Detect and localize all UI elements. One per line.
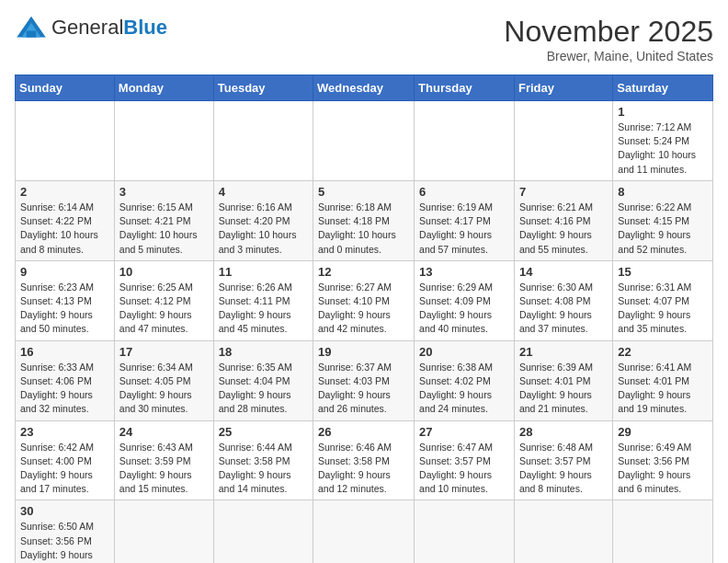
calendar-cell	[313, 500, 415, 563]
calendar-cell: 4Sunrise: 6:16 AM Sunset: 4:20 PM Daylig…	[213, 180, 313, 260]
day-number: 5	[318, 185, 409, 199]
calendar-cell: 25Sunrise: 6:44 AM Sunset: 3:58 PM Dayli…	[213, 420, 313, 500]
calendar-cell: 2Sunrise: 6:14 AM Sunset: 4:22 PM Daylig…	[16, 180, 115, 260]
day-info: Sunrise: 6:15 AM Sunset: 4:21 PM Dayligh…	[119, 201, 209, 257]
calendar-cell: 13Sunrise: 6:29 AM Sunset: 4:09 PM Dayli…	[415, 260, 515, 340]
day-number: 27	[419, 425, 509, 439]
day-info: Sunrise: 6:35 AM Sunset: 4:04 PM Dayligh…	[219, 361, 308, 417]
day-number: 16	[20, 345, 109, 359]
day-info: Sunrise: 6:30 AM Sunset: 4:08 PM Dayligh…	[519, 281, 608, 337]
calendar-cell	[213, 500, 313, 563]
calendar-week-row: 9Sunrise: 6:23 AM Sunset: 4:13 PM Daylig…	[16, 260, 713, 340]
calendar-cell: 10Sunrise: 6:25 AM Sunset: 4:12 PM Dayli…	[114, 260, 213, 340]
day-number: 2	[20, 185, 109, 199]
col-header-wednesday: Wednesday	[313, 75, 415, 101]
day-info: Sunrise: 6:19 AM Sunset: 4:17 PM Dayligh…	[419, 201, 509, 257]
day-info: Sunrise: 6:34 AM Sunset: 4:05 PM Dayligh…	[119, 361, 209, 417]
day-number: 7	[519, 185, 608, 199]
day-info: Sunrise: 6:46 AM Sunset: 3:58 PM Dayligh…	[318, 441, 409, 497]
day-number: 26	[318, 425, 409, 439]
col-header-monday: Monday	[114, 75, 213, 101]
generalblue-logo-icon	[15, 15, 48, 40]
day-number: 4	[219, 185, 308, 199]
logo-text: GeneralBlue	[51, 16, 167, 40]
day-info: Sunrise: 6:39 AM Sunset: 4:01 PM Dayligh…	[519, 361, 608, 417]
location: Brewer, Maine, United States	[504, 49, 713, 63]
calendar-cell: 28Sunrise: 6:48 AM Sunset: 3:57 PM Dayli…	[514, 420, 612, 500]
day-info: Sunrise: 6:29 AM Sunset: 4:09 PM Dayligh…	[419, 281, 509, 337]
calendar-cell	[613, 500, 713, 563]
day-number: 10	[119, 265, 209, 279]
day-number: 18	[219, 345, 308, 359]
day-number: 17	[119, 345, 209, 359]
day-number: 11	[219, 265, 308, 279]
calendar-cell	[313, 101, 415, 181]
calendar-week-row: 23Sunrise: 6:42 AM Sunset: 4:00 PM Dayli…	[16, 420, 713, 500]
day-number: 29	[618, 425, 708, 439]
day-number: 22	[618, 345, 708, 359]
calendar-cell: 3Sunrise: 6:15 AM Sunset: 4:21 PM Daylig…	[114, 180, 213, 260]
title-area: November 2025 Brewer, Maine, United Stat…	[504, 15, 713, 63]
day-info: Sunrise: 6:27 AM Sunset: 4:10 PM Dayligh…	[318, 281, 409, 337]
calendar-cell	[514, 101, 612, 181]
calendar-cell: 9Sunrise: 6:23 AM Sunset: 4:13 PM Daylig…	[16, 260, 115, 340]
day-number: 25	[219, 425, 308, 439]
day-info: Sunrise: 6:44 AM Sunset: 3:58 PM Dayligh…	[219, 441, 308, 497]
day-info: Sunrise: 6:43 AM Sunset: 3:59 PM Dayligh…	[119, 441, 209, 497]
calendar-cell	[16, 101, 115, 181]
col-header-tuesday: Tuesday	[213, 75, 313, 101]
calendar-cell: 30Sunrise: 6:50 AM Sunset: 3:56 PM Dayli…	[16, 500, 115, 563]
calendar-cell: 14Sunrise: 6:30 AM Sunset: 4:08 PM Dayli…	[514, 260, 612, 340]
day-info: Sunrise: 6:16 AM Sunset: 4:20 PM Dayligh…	[219, 201, 308, 257]
day-number: 1	[618, 105, 708, 119]
calendar-week-row: 2Sunrise: 6:14 AM Sunset: 4:22 PM Daylig…	[16, 180, 713, 260]
calendar-cell: 23Sunrise: 6:42 AM Sunset: 4:00 PM Dayli…	[16, 420, 115, 500]
calendar-cell	[213, 101, 313, 181]
calendar-cell: 29Sunrise: 6:49 AM Sunset: 3:56 PM Dayli…	[613, 420, 713, 500]
day-number: 12	[318, 265, 409, 279]
day-info: Sunrise: 7:12 AM Sunset: 5:24 PM Dayligh…	[618, 121, 708, 177]
day-number: 9	[20, 265, 109, 279]
calendar-cell: 16Sunrise: 6:33 AM Sunset: 4:06 PM Dayli…	[16, 340, 115, 420]
calendar-cell: 17Sunrise: 6:34 AM Sunset: 4:05 PM Dayli…	[114, 340, 213, 420]
header: GeneralBlue November 2025 Brewer, Maine,…	[15, 15, 713, 63]
col-header-friday: Friday	[514, 75, 612, 101]
day-number: 3	[119, 185, 209, 199]
calendar-cell: 12Sunrise: 6:27 AM Sunset: 4:10 PM Dayli…	[313, 260, 415, 340]
calendar-cell: 24Sunrise: 6:43 AM Sunset: 3:59 PM Dayli…	[114, 420, 213, 500]
day-info: Sunrise: 6:21 AM Sunset: 4:16 PM Dayligh…	[519, 201, 608, 257]
day-info: Sunrise: 6:41 AM Sunset: 4:01 PM Dayligh…	[618, 361, 708, 417]
day-info: Sunrise: 6:25 AM Sunset: 4:12 PM Dayligh…	[119, 281, 209, 337]
day-number: 6	[419, 185, 509, 199]
calendar-cell: 7Sunrise: 6:21 AM Sunset: 4:16 PM Daylig…	[514, 180, 612, 260]
col-header-saturday: Saturday	[613, 75, 713, 101]
day-number: 30	[20, 504, 109, 518]
calendar-cell: 22Sunrise: 6:41 AM Sunset: 4:01 PM Dayli…	[613, 340, 713, 420]
day-info: Sunrise: 6:50 AM Sunset: 3:56 PM Dayligh…	[20, 520, 109, 563]
day-info: Sunrise: 6:33 AM Sunset: 4:06 PM Dayligh…	[20, 361, 109, 417]
calendar-cell: 1Sunrise: 7:12 AM Sunset: 5:24 PM Daylig…	[613, 101, 713, 181]
calendar-cell	[415, 500, 515, 563]
svg-rect-2	[27, 31, 37, 38]
calendar-cell: 26Sunrise: 6:46 AM Sunset: 3:58 PM Dayli…	[313, 420, 415, 500]
calendar-cell: 5Sunrise: 6:18 AM Sunset: 4:18 PM Daylig…	[313, 180, 415, 260]
col-header-sunday: Sunday	[16, 75, 115, 101]
day-info: Sunrise: 6:42 AM Sunset: 4:00 PM Dayligh…	[20, 441, 109, 497]
calendar-cell	[514, 500, 612, 563]
day-number: 19	[318, 345, 409, 359]
day-info: Sunrise: 6:37 AM Sunset: 4:03 PM Dayligh…	[318, 361, 409, 417]
day-info: Sunrise: 6:14 AM Sunset: 4:22 PM Dayligh…	[20, 201, 109, 257]
day-number: 28	[519, 425, 608, 439]
day-number: 13	[419, 265, 509, 279]
calendar-week-row: 1Sunrise: 7:12 AM Sunset: 5:24 PM Daylig…	[16, 101, 713, 181]
day-info: Sunrise: 6:18 AM Sunset: 4:18 PM Dayligh…	[318, 201, 409, 257]
day-number: 8	[618, 185, 708, 199]
calendar-cell: 18Sunrise: 6:35 AM Sunset: 4:04 PM Dayli…	[213, 340, 313, 420]
calendar-cell: 11Sunrise: 6:26 AM Sunset: 4:11 PM Dayli…	[213, 260, 313, 340]
day-info: Sunrise: 6:23 AM Sunset: 4:13 PM Dayligh…	[20, 281, 109, 337]
calendar-cell	[114, 500, 213, 563]
col-header-thursday: Thursday	[415, 75, 515, 101]
day-info: Sunrise: 6:38 AM Sunset: 4:02 PM Dayligh…	[419, 361, 509, 417]
calendar-cell: 19Sunrise: 6:37 AM Sunset: 4:03 PM Dayli…	[313, 340, 415, 420]
calendar-cell: 21Sunrise: 6:39 AM Sunset: 4:01 PM Dayli…	[514, 340, 612, 420]
